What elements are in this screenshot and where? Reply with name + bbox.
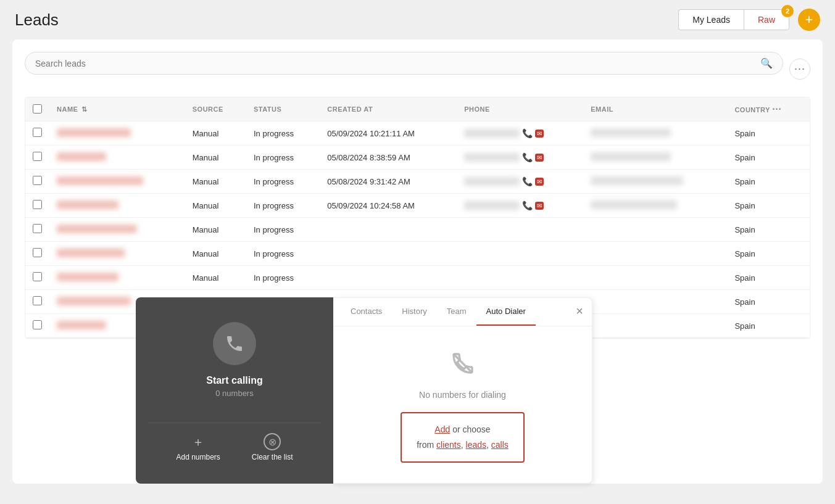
- row-status: In progress: [246, 170, 320, 194]
- row-email: [583, 146, 727, 170]
- search-container: 🔍: [25, 52, 783, 75]
- panel-body: No numbers for dialing Add or choose fro…: [333, 326, 592, 481]
- col-select-all[interactable]: [25, 97, 49, 122]
- row-name[interactable]: [49, 122, 185, 146]
- row-name[interactable]: [49, 146, 185, 170]
- panel-tabs: Contacts History Team Auto Dialer: [333, 298, 592, 326]
- add-numbers-box: Add or choose from clients, leads, calls: [401, 412, 525, 463]
- row-created-at: 05/09/2024 10:24:58 AM: [320, 194, 457, 218]
- row-checkbox[interactable]: [33, 320, 42, 329]
- row-email: [583, 218, 727, 242]
- row-created-at: [320, 266, 457, 290]
- row-checkbox[interactable]: [33, 296, 42, 305]
- call-icon[interactable]: 📞: [522, 152, 533, 162]
- row-source: Manual: [185, 266, 246, 290]
- row-email: [583, 314, 727, 338]
- clients-link[interactable]: clients: [436, 440, 461, 450]
- col-created-at: CREATED AT: [320, 97, 457, 122]
- tab-my-leads[interactable]: My Leads: [678, 9, 744, 30]
- sms-icon[interactable]: ✉: [535, 178, 544, 186]
- row-email: [583, 266, 727, 290]
- row-name[interactable]: [49, 170, 185, 194]
- call-icon[interactable]: 📞: [522, 200, 533, 210]
- tab-auto-dialer[interactable]: Auto Dialer: [476, 298, 536, 326]
- no-dialing-icon: [451, 351, 475, 381]
- table-row[interactable]: Manual In progress Spain: [25, 242, 810, 266]
- clear-icon: ⊗: [264, 433, 281, 450]
- row-checkbox-cell[interactable]: [25, 170, 49, 194]
- row-country: Spain: [727, 242, 810, 266]
- table-row[interactable]: Manual In progress 05/09/2024 10:24:58 A…: [25, 194, 810, 218]
- table-row[interactable]: Manual In progress Spain: [25, 266, 810, 290]
- add-button[interactable]: +: [798, 9, 820, 31]
- row-name[interactable]: [49, 242, 185, 266]
- select-all-checkbox[interactable]: [33, 104, 42, 114]
- tab-raw[interactable]: Raw 2: [744, 9, 789, 30]
- row-phone: 📞 ✉: [457, 194, 583, 218]
- row-checkbox-cell[interactable]: [25, 194, 49, 218]
- add-link[interactable]: Add: [434, 424, 450, 434]
- table-row[interactable]: Manual In progress Spain: [25, 218, 810, 242]
- column-options-icon[interactable]: ···: [772, 104, 781, 114]
- sms-icon[interactable]: ✉: [535, 154, 544, 162]
- row-checkbox-cell[interactable]: [25, 242, 49, 266]
- row-source: Manual: [185, 242, 246, 266]
- tab-history[interactable]: History: [392, 298, 436, 326]
- table-row[interactable]: Manual In progress 05/09/2024 10:21:11 A…: [25, 122, 810, 146]
- table-row[interactable]: Manual In progress 05/08/2024 8:38:59 AM…: [25, 146, 810, 170]
- row-checkbox[interactable]: [33, 200, 42, 209]
- page-title: Leads: [15, 10, 59, 30]
- plus-icon: ＋: [192, 434, 204, 450]
- row-source: Manual: [185, 146, 246, 170]
- row-checkbox-cell[interactable]: [25, 290, 49, 314]
- row-email: [583, 194, 727, 218]
- search-row: 🔍 ···: [25, 52, 810, 86]
- sort-icon[interactable]: ⇅: [81, 105, 88, 113]
- close-button[interactable]: ×: [576, 304, 583, 318]
- sms-icon[interactable]: ✉: [535, 130, 544, 138]
- table-row[interactable]: Manual In progress 05/08/2024 9:31:42 AM…: [25, 170, 810, 194]
- row-checkbox-cell[interactable]: [25, 266, 49, 290]
- add-numbers-button[interactable]: ＋ Add numbers: [176, 434, 220, 461]
- sms-icon[interactable]: ✉: [535, 202, 544, 210]
- more-options-button[interactable]: ···: [789, 59, 810, 80]
- clear-list-button[interactable]: ⊗ Clear the list: [252, 433, 293, 461]
- tab-contacts[interactable]: Contacts: [341, 298, 392, 326]
- search-input[interactable]: [35, 59, 760, 68]
- row-checkbox[interactable]: [33, 152, 42, 161]
- row-name[interactable]: [49, 194, 185, 218]
- col-name: NAME ⇅: [49, 97, 185, 122]
- call-icon-circle: [213, 322, 256, 365]
- row-email: [583, 170, 727, 194]
- call-icon[interactable]: 📞: [522, 128, 533, 138]
- auto-dialer-panel: Start calling 0 numbers ＋ Add numbers ⊗ …: [136, 297, 592, 484]
- search-icon[interactable]: 🔍: [760, 57, 773, 69]
- row-country: Spain: [727, 314, 810, 338]
- calls-link[interactable]: calls: [491, 440, 509, 450]
- row-status: In progress: [246, 242, 320, 266]
- row-checkbox[interactable]: [33, 128, 42, 137]
- row-phone: 📞 ✉: [457, 170, 583, 194]
- row-country: Spain: [727, 170, 810, 194]
- row-country: Spain: [727, 194, 810, 218]
- row-name[interactable]: [49, 218, 185, 242]
- dialer-bottom-actions: ＋ Add numbers ⊗ Clear the list: [148, 423, 321, 471]
- row-checkbox[interactable]: [33, 176, 42, 185]
- row-created-at: 05/08/2024 8:38:59 AM: [320, 146, 457, 170]
- row-checkbox-cell[interactable]: [25, 146, 49, 170]
- row-checkbox[interactable]: [33, 248, 42, 257]
- row-checkbox-cell[interactable]: [25, 218, 49, 242]
- call-icon[interactable]: 📞: [522, 176, 533, 186]
- row-checkbox-cell[interactable]: [25, 122, 49, 146]
- tab-team[interactable]: Team: [437, 298, 476, 326]
- leads-link[interactable]: leads: [466, 440, 486, 450]
- row-checkbox[interactable]: [33, 224, 42, 233]
- row-phone: [457, 242, 583, 266]
- row-checkbox-cell[interactable]: [25, 314, 49, 338]
- numbers-count: 0 numbers: [215, 389, 253, 398]
- phone-icon: [225, 334, 244, 353]
- row-name[interactable]: [49, 266, 185, 290]
- row-country: Spain: [727, 290, 810, 314]
- row-checkbox[interactable]: [33, 272, 42, 281]
- col-status: STATUS: [246, 97, 320, 122]
